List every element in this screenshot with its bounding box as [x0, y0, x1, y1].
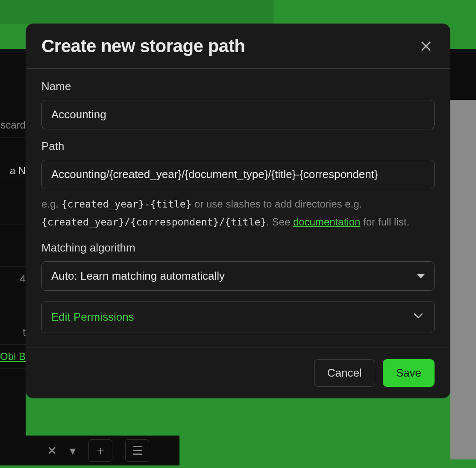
edit-permissions-toggle[interactable]: Edit Permissions	[41, 301, 435, 333]
modal-header: Create new storage path	[26, 24, 450, 69]
bg-toolbar: ✕ ▾ ＋ ☰	[0, 436, 179, 465]
bg-left-item: t	[0, 320, 26, 345]
name-label: Name	[41, 80, 435, 93]
path-field-group: Path e.g. {created_year}-{title} or use …	[41, 140, 435, 231]
matching-algorithm-group: Matching algorithm Auto: Learn matching …	[41, 241, 435, 291]
help-code: {created_year}/{correspondent}/{title}	[41, 216, 266, 228]
cancel-button[interactable]: Cancel	[314, 359, 375, 387]
name-input[interactable]	[41, 100, 435, 129]
modal-close-button[interactable]	[417, 38, 435, 55]
modal-footer: Cancel Save	[26, 348, 450, 398]
modal-title: Create new storage path	[41, 36, 245, 56]
matching-algorithm-label: Matching algorithm	[41, 241, 435, 254]
close-icon[interactable]: ✕	[47, 444, 57, 458]
chevron-down-icon[interactable]: ▾	[70, 444, 76, 458]
modal-body: Name Path e.g. {created_year}-{title} or…	[26, 69, 450, 348]
bg-left-panel: scard a N 4 t Obi Ba	[0, 49, 26, 459]
filter-icon[interactable]: ☰	[125, 439, 149, 462]
help-mid: or use slashes to add directories e.g.	[191, 198, 362, 210]
create-storage-path-modal: Create new storage path Name Path e.g. {…	[26, 23, 450, 398]
chevron-down-icon	[412, 309, 425, 325]
help-after-code: . See	[266, 216, 293, 228]
save-button[interactable]: Save	[383, 359, 435, 387]
bg-left-item: scard	[0, 113, 26, 137]
documentation-link[interactable]: documentation	[293, 216, 360, 228]
bg-top-strip	[0, 0, 273, 24]
path-help-text: e.g. {created_year}-{title} or use slash…	[41, 195, 435, 231]
edit-permissions-label: Edit Permissions	[51, 310, 134, 324]
bg-left-item: a N	[0, 159, 26, 183]
bg-left-item	[0, 183, 26, 225]
caret-down-icon	[417, 274, 425, 278]
matching-algorithm-select[interactable]: Auto: Learn matching automatically	[41, 261, 435, 291]
bg-left-item	[0, 291, 26, 320]
bg-scroll-area	[450, 100, 476, 459]
app-background: scard a N 4 t Obi Ba vnloa ✕ ▾ ＋ ☰ Creat…	[0, 0, 476, 468]
path-input[interactable]	[41, 160, 435, 189]
path-label: Path	[41, 140, 435, 153]
help-code: {created_year}-{title}	[62, 199, 192, 210]
bg-left-item	[0, 225, 26, 267]
help-suffix: for full list.	[360, 216, 409, 228]
bg-left-item-link[interactable]: Obi Ba	[0, 345, 26, 369]
permissions-group: Edit Permissions	[41, 301, 435, 333]
name-field-group: Name	[41, 80, 435, 129]
close-icon	[420, 40, 432, 52]
matching-algorithm-selected-value: Auto: Learn matching automatically	[51, 269, 225, 283]
plus-icon[interactable]: ＋	[88, 439, 112, 462]
bg-left-item: 4	[0, 267, 26, 291]
help-prefix: e.g.	[41, 198, 62, 210]
